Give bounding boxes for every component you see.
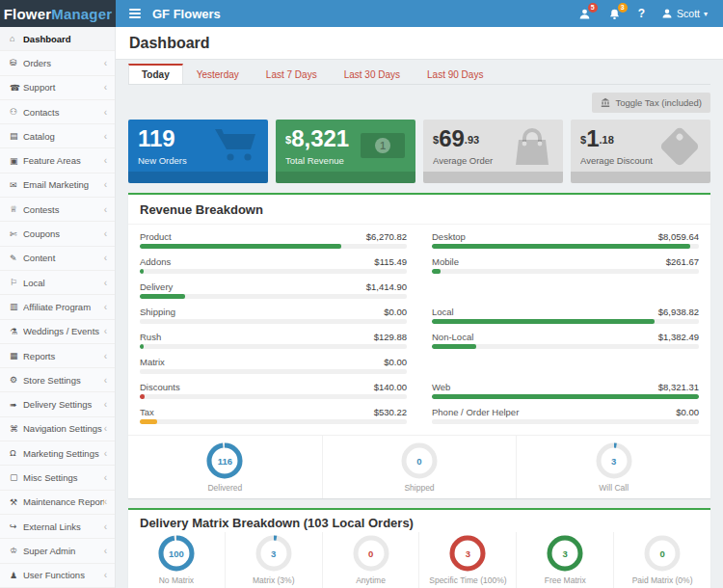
revenue-bar-web: Web$8,321.31 — [432, 380, 699, 404]
sidebar-item-marketing-settings[interactable]: ΩMarketing Settings‹ — [0, 441, 115, 466]
circle-stat-label: Matrix (3%) — [226, 575, 322, 585]
circle-stat-label: Anytime — [323, 575, 419, 585]
sidebar-item-email-marketing[interactable]: ✉Email Marketing‹ — [0, 174, 115, 198]
chevron-left-icon: ‹ — [104, 496, 107, 507]
bar-value: $0.00 — [384, 357, 407, 367]
sidebar-item-contacts[interactable]: ⚇Contacts‹ — [0, 100, 115, 124]
bar-track — [140, 244, 407, 249]
sidebar-item-super-admin[interactable]: ♔Super Admin‹ — [0, 539, 115, 563]
sidebar-item-weddings-events[interactable]: ⚗Weddings / Events‹ — [0, 320, 115, 344]
users-icon: ⚇ — [10, 107, 23, 117]
bar-label: Web — [432, 382, 450, 392]
sidebar-item-reports[interactable]: ▦Reports‹ — [0, 344, 115, 368]
tab-today[interactable]: Today — [128, 64, 183, 84]
sidebar-item-label: Navigation Settings — [23, 423, 104, 434]
delivery-matrix-title: Delivery Matrix Breakdown (103 Local Ord… — [128, 510, 710, 532]
circle-stat-matrix-3: 3Matrix (3%) — [225, 532, 322, 588]
stat-card-footer-strip — [276, 172, 415, 183]
sidebar-item-label: Maintenance Reports — [23, 496, 104, 507]
dashboard-icon: ⌂ — [10, 34, 23, 43]
external-link-icon: ↪ — [10, 521, 23, 531]
bar-value: $6,938.82 — [658, 307, 699, 317]
stat-card-average-discount: $1.18Average Discount — [571, 120, 710, 183]
sidebar-item-navigation-settings[interactable]: ⌘Navigation Settings‹ — [0, 417, 115, 441]
circle-stat-label: Paid Matrix (0%) — [614, 575, 710, 585]
help-button[interactable]: ? — [631, 4, 652, 23]
donut-chart: 100 — [158, 535, 195, 572]
sidebar-item-affiliate-program[interactable]: ▥Affiliate Program‹ — [0, 295, 115, 319]
bar-track — [140, 344, 407, 349]
revenue-bar-addons: Addons$115.49 — [140, 254, 407, 279]
book-icon: ▤ — [10, 131, 23, 141]
sidebar-item-external-links[interactable]: ↪External Links‹ — [0, 515, 115, 539]
tab-last-30-days[interactable]: Last 30 Days — [331, 64, 414, 84]
sidebar-item-orders[interactable]: ⛁Orders‹ — [0, 51, 115, 75]
revenue-breakdown-title: Revenue Breakdown — [128, 195, 710, 225]
content-header: Dashboard — [116, 27, 723, 60]
support-icon: ☎ — [10, 83, 23, 93]
bar-value: $8,059.64 — [658, 231, 699, 242]
sidebar-item-local[interactable]: ⚐Local‹ — [0, 271, 115, 295]
stat-card-new-orders: 119New Orders — [128, 120, 268, 183]
truck-icon: ➠ — [10, 400, 23, 410]
bar-label: Rush — [140, 332, 161, 342]
sidebar-item-catalog[interactable]: ▤Catalog‹ — [0, 124, 115, 148]
bar-track — [432, 419, 699, 424]
sidebar-item-contests[interactable]: ♕Contests‹ — [0, 198, 115, 222]
app-logo[interactable]: FlowerManager — [0, 0, 116, 27]
bar-value: $0.00 — [384, 307, 407, 317]
donut-chart: 3 — [547, 535, 583, 572]
tab-yesterday[interactable]: Yesterday — [183, 64, 253, 84]
bar-label: Local — [432, 307, 454, 317]
store-title: GF Flowers — [152, 7, 221, 21]
chevron-left-icon: ‹ — [104, 448, 107, 459]
glass-icon: ⚗ — [10, 327, 23, 336]
wrench-icon: ⚒ — [10, 497, 23, 507]
bar-fill — [140, 294, 185, 299]
bar-fill — [432, 269, 441, 274]
chevron-left-icon: ‹ — [104, 375, 107, 386]
stat-card-footer-strip — [128, 172, 268, 183]
sidebar-item-user-functions[interactable]: ♟User Functions‹ — [0, 564, 115, 588]
notifications-bell-icon[interactable]: 3 — [602, 5, 628, 23]
sidebar-item-coupons[interactable]: ✄Coupons‹ — [0, 222, 115, 246]
sidebar-item-misc-settings[interactable]: ▢Misc Settings‹ — [0, 466, 115, 490]
chevron-left-icon: ‹ — [104, 58, 107, 68]
sidebar-item-dashboard[interactable]: ⌂Dashboard — [0, 27, 115, 51]
toggle-tax-button[interactable]: Toggle Tax (included) — [592, 93, 710, 113]
sidebar-item-label: Contests — [23, 204, 104, 215]
sidebar-item-feature-areas[interactable]: ▣Feature Areas‹ — [0, 148, 115, 173]
chevron-left-icon: ‹ — [104, 570, 107, 580]
bar-track — [140, 269, 407, 274]
user-dropdown[interactable]: Scott ▾ — [656, 5, 713, 22]
sidebar-item-label: Feature Areas — [23, 155, 104, 166]
circle-stat-paid-matrix-0: 0Paid Matrix (0%) — [613, 532, 710, 588]
bar-fill — [140, 269, 144, 274]
image-icon: ▣ — [10, 156, 23, 166]
tab-last-90-days[interactable]: Last 90 Days — [414, 64, 496, 84]
sidebar-item-store-settings[interactable]: ⚙Store Settings‹ — [0, 368, 115, 392]
circle-stat-label: Will Call — [517, 483, 710, 493]
stat-card-footer-strip — [423, 172, 563, 183]
donut-chart: 3 — [449, 535, 486, 572]
sidebar-item-label: Support — [23, 82, 104, 93]
sidebar-item-maintenance-reports[interactable]: ⚒Maintenance Reports‹ — [0, 491, 115, 515]
bar-chart-icon: ▦ — [10, 351, 23, 361]
coupon-tag-icon: ✄ — [10, 229, 23, 239]
circle-stat-shipped: 0Shipped — [322, 436, 517, 498]
sidebar-item-label: Content — [23, 253, 104, 263]
circle-stat-value: 0 — [401, 442, 438, 479]
sidebar-item-support[interactable]: ☎Support‹ — [0, 76, 115, 100]
bar-track — [140, 369, 407, 374]
chevron-left-icon: ‹ — [104, 107, 107, 118]
tab-last-7-days[interactable]: Last 7 Days — [253, 64, 331, 84]
hamburger-menu-icon[interactable] — [127, 5, 143, 22]
revenue-bar-matrix: Matrix$0.00 — [140, 355, 407, 379]
bar-label: Non-Local — [432, 332, 473, 342]
sidebar-item-delivery-settings[interactable]: ➠Delivery Settings‹ — [0, 392, 115, 416]
toggle-tax-label: Toggle Tax (included) — [615, 97, 702, 108]
user-alerts-icon[interactable]: 5 — [572, 5, 598, 23]
sidebar-item-content[interactable]: ✎Content‹ — [0, 247, 115, 271]
chevron-left-icon: ‹ — [104, 204, 107, 215]
circle-stat-label: Shipped — [323, 483, 517, 493]
